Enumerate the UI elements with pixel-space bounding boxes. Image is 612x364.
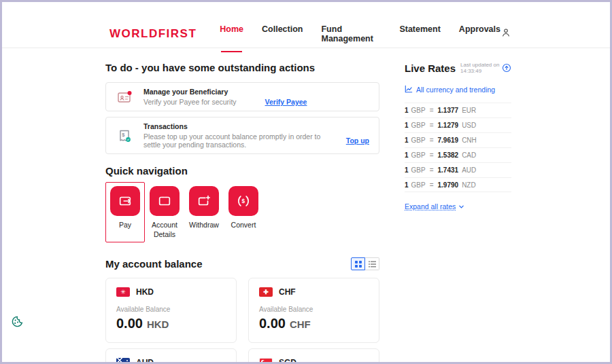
nav-item-fund-management[interactable]: Fund Management [321, 24, 381, 43]
currency-code: SGD [279, 358, 296, 364]
top-up-link[interactable]: Top up [346, 136, 369, 145]
balance-section-header: My account balance [105, 257, 379, 270]
rate-currency: CNH [462, 136, 477, 144]
equals-sign: = [430, 122, 434, 129]
quick-nav-pay[interactable]: Pay [105, 182, 145, 242]
view-toggle [351, 257, 379, 270]
base-currency: GBP [411, 122, 426, 129]
all-currency-link-row[interactable]: All currency and trending [405, 84, 511, 96]
expand-all-rates-link[interactable]: Expand all rates [405, 202, 456, 211]
base-currency: GBP [411, 136, 426, 144]
equals-sign: = [430, 181, 434, 189]
todo-item-description: Verify your Payee for security [143, 98, 237, 106]
base-amount: 1 [405, 122, 409, 129]
nav-item-home[interactable]: Home [220, 24, 243, 43]
equals-sign: = [430, 151, 434, 159]
rate-currency: NZD [462, 181, 476, 189]
equals-sign: = [430, 166, 434, 174]
base-currency: GBP [411, 181, 426, 189]
verify-payee-link[interactable]: Verify Payee [265, 98, 307, 106]
pay-icon [110, 186, 140, 216]
main-content: To do - you have some outstanding action… [2, 48, 610, 364]
grid-view-icon [355, 258, 362, 270]
chf-flag-icon: ✚ [259, 287, 273, 297]
quick-nav-label: Convert [224, 221, 262, 230]
base-amount: 1 [405, 181, 409, 189]
available-balance-label: Available Balance [116, 306, 226, 313]
rate-value: 1.5382 [438, 151, 459, 159]
balance-card-hkd[interactable]: ✳ HKD Available Balance 0.00 HKD [105, 278, 237, 343]
list-view-button[interactable] [365, 257, 379, 270]
svg-text:$: $ [122, 131, 125, 137]
todo-item-title: Transactions [143, 122, 369, 130]
balance-currency: CHF [290, 318, 311, 330]
rate-currency: USD [462, 122, 476, 129]
base-amount: 1 [405, 166, 409, 174]
base-amount: 1 [405, 107, 409, 114]
quick-nav-label: Account Details [146, 221, 184, 239]
nav-item-statement[interactable]: Statement [399, 24, 440, 43]
rate-row-nzd: 1 GBP = 1.9790 NZD [405, 177, 511, 192]
rate-row-usd: 1 GBP = 1.1279 USD [405, 117, 511, 132]
worldfirst-logo[interactable]: WORLDFIRST [109, 27, 197, 41]
cookie-widget-button[interactable] [11, 315, 24, 331]
todo-desc-row: Please top up your account balance promp… [143, 132, 369, 149]
person-icon [500, 27, 511, 41]
aud-flag-icon [116, 358, 130, 364]
quick-nav-row: Pay Account Details Wi [105, 182, 379, 242]
rate-value: 1.9790 [438, 181, 459, 189]
rate-value: 1.7431 [438, 166, 459, 174]
todo-item-description: Please top up your account balance promp… [143, 132, 335, 149]
cookie-icon [11, 315, 24, 331]
todo-card-body: Manage your Beneficiary Verify your Paye… [143, 88, 307, 106]
rate-value: 1.1377 [438, 107, 459, 114]
quick-nav-account-details[interactable]: Account Details [145, 182, 184, 242]
rate-currency: CAD [462, 151, 476, 159]
available-balance-label: Available Balance [259, 306, 369, 313]
nav-item-collection[interactable]: Collection [262, 24, 303, 43]
currency-code: HKD [136, 287, 154, 297]
rate-currency: AUD [462, 166, 476, 174]
rate-row-aud: 1 GBP = 1.7431 AUD [405, 162, 511, 177]
withdraw-icon [189, 186, 219, 216]
todo-card-beneficiary[interactable]: Manage your Beneficiary Verify your Paye… [105, 82, 379, 111]
main-nav: Home Collection Fund Management Statemen… [220, 24, 500, 43]
transactions-receipt-icon: $ [116, 127, 133, 145]
user-account-button[interactable] [500, 27, 511, 41]
rate-row-cad: 1 GBP = 1.5382 CAD [405, 147, 511, 162]
currency-code: CHF [279, 287, 296, 297]
balance-card-sgd[interactable]: SGD Available Balance 0.98 SGD [248, 348, 379, 364]
base-currency: GBP [411, 151, 426, 159]
quick-nav-withdraw[interactable]: Withdraw [184, 182, 224, 242]
balance-amount: 0.00 [116, 316, 143, 331]
balance-card-chf[interactable]: ✚ CHF Available Balance 0.00 CHF [248, 278, 379, 343]
todo-section-title: To do - you have some outstanding action… [105, 62, 379, 73]
beneficiary-card-icon [116, 88, 133, 106]
live-rates-header: Live Rates Last updated on 14:33:49 [405, 62, 511, 74]
equals-sign: = [430, 107, 434, 114]
worldfirst-dashboard: { "header": { "logo": "WORLDFIRST", "nav… [0, 0, 612, 364]
rate-row-cnh: 1 GBP = 7.9619 CNH [405, 132, 511, 147]
all-currency-link[interactable]: All currency and trending [416, 86, 495, 94]
grid-view-button[interactable] [351, 257, 365, 270]
svg-text:$: $ [242, 198, 245, 204]
expand-all-rates[interactable]: Expand all rates [405, 200, 511, 213]
todo-item-title: Manage your Beneficiary [143, 88, 307, 96]
rate-list: 1 GBP = 1.1377 EUR 1 GBP = 1.1279 USD 1 … [405, 103, 511, 192]
live-rates-sidebar: Live Rates Last updated on 14:33:49 All … [405, 48, 511, 364]
chevron-down-icon [458, 200, 464, 213]
hkd-flag-icon: ✳ [116, 287, 130, 297]
refresh-rates-button[interactable] [502, 63, 511, 73]
base-amount: 1 [405, 151, 409, 159]
todo-card-transactions[interactable]: $ Transactions Please top up your accoun… [105, 117, 379, 154]
todo-desc-row: Verify your Payee for security Verify Pa… [143, 98, 307, 106]
top-navigation-bar: WORLDFIRST Home Collection Fund Manageme… [2, 2, 610, 48]
quick-nav-label: Pay [106, 221, 144, 230]
left-column: To do - you have some outstanding action… [105, 48, 379, 364]
balance-card-grid: ✳ HKD Available Balance 0.00 HKD ✚ CHF A… [105, 278, 379, 364]
sgd-flag-icon [259, 358, 273, 364]
trending-chart-icon [405, 84, 413, 96]
nav-item-approvals[interactable]: Approvals [459, 24, 500, 43]
quick-nav-convert[interactable]: $ Convert [224, 182, 263, 242]
balance-card-aud[interactable]: AUD Available Balance 1.85 AUD [105, 348, 237, 364]
